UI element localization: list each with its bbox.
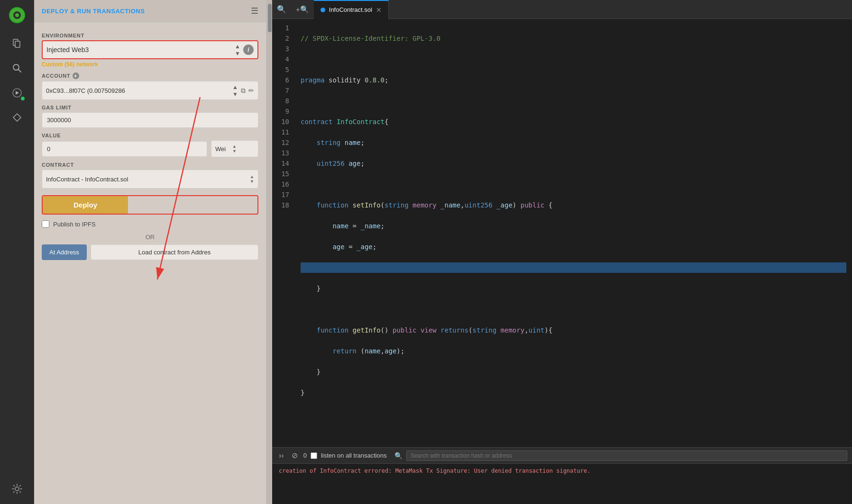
logo-icon[interactable]	[6, 4, 28, 27]
copy-account-icon[interactable]: ⧉	[241, 87, 246, 95]
code-line-11: age = _age;	[301, 242, 846, 252]
tab-infocontract[interactable]: InfoContract.sol ✕	[314, 0, 389, 19]
contract-label: CONTRACT	[42, 162, 258, 168]
publish-ipfs-checkbox[interactable]	[42, 220, 49, 228]
code-line-17: }	[301, 367, 846, 377]
svg-rect-4	[15, 41, 20, 47]
contract-select-wrapper: InfoContract - InfoContract.sol ▲ ▼	[42, 170, 258, 189]
load-contract-button[interactable]: Load contract from Addres	[91, 244, 258, 260]
environment-select[interactable]: Injected Web3 Remix VM (London) Remix VM…	[46, 46, 235, 54]
svg-point-2	[15, 13, 19, 17]
code-line-8	[301, 179, 846, 189]
files-icon[interactable]	[6, 32, 28, 55]
code-line-12	[301, 262, 846, 273]
gas-limit-label: GAS LIMIT	[42, 105, 258, 110]
at-address-button[interactable]: At Address	[42, 244, 87, 260]
code-line-5: contract InfoContract{	[301, 117, 846, 127]
or-divider: OR	[42, 234, 258, 241]
contract-select[interactable]: InfoContract - InfoContract.sol	[46, 176, 250, 183]
deploy-panel-content: ENVIRONMENT Injected Web3 Remix VM (Lond…	[34, 22, 266, 504]
code-content: // SPDX-License-Identifier: GPL-3.0 prag…	[295, 19, 852, 447]
contract-arrows: ▲ ▼	[250, 174, 254, 184]
deploy-button[interactable]: Deploy	[43, 196, 128, 214]
account-label: ACCOUNT +	[42, 72, 258, 79]
panel-menu-icon[interactable]: ☰	[251, 6, 258, 16]
listen-label: listen on all transactions	[321, 452, 387, 459]
unit-select[interactable]: Wei Gwei Ether	[215, 145, 230, 153]
env-info-button[interactable]: i	[243, 45, 254, 55]
value-row: Wei Gwei Ether ▲ ▼	[42, 140, 258, 157]
deploy-btn-wrapper: Deploy	[42, 195, 258, 215]
network-label: Custom (56) network	[42, 61, 258, 68]
tab-bar: 🔍 +🔍 InfoContract.sol ✕	[272, 0, 852, 19]
svg-line-6	[18, 70, 21, 72]
deploy-panel-header: DEPLOY & RUN TRANSACTIONS ☰	[34, 0, 266, 22]
code-line-14	[301, 304, 846, 315]
zoom-out-icon[interactable]: 🔍	[272, 0, 291, 19]
at-address-row: At Address Load contract from Addres	[42, 244, 258, 260]
search-icon[interactable]	[6, 57, 28, 80]
edit-account-icon[interactable]: ✏	[248, 87, 254, 95]
publish-ipfs-label: Publish to IPFS	[53, 221, 96, 228]
code-editor: 1 2 3 4 5 6 7 8 9 10 11 12 13 14 15 16 1…	[272, 19, 852, 447]
terminal-count: 0	[303, 452, 307, 459]
tab-close-icon[interactable]: ✕	[376, 6, 382, 14]
terminal-toolbar: ›› ⊘ 0 listen on all transactions 🔍	[272, 448, 852, 464]
deploy-run-icon[interactable]	[6, 81, 28, 104]
code-line-4	[301, 96, 846, 106]
code-line-1: // SPDX-License-Identifier: GPL-3.0	[301, 33, 846, 44]
zoom-in-icon[interactable]: +🔍	[291, 0, 314, 19]
terminal-area: ›› ⊘ 0 listen on all transactions 🔍 crea…	[272, 447, 852, 504]
tab-label: InfoContract.sol	[329, 6, 372, 13]
terminal-block-icon[interactable]: ⊘	[290, 450, 300, 461]
line-numbers: 1 2 3 4 5 6 7 8 9 10 11 12 13 14 15 16 1…	[272, 19, 295, 447]
editor-area: 🔍 +🔍 InfoContract.sol ✕ 1 2 3 4 5 6 7 8 …	[272, 0, 852, 504]
code-line-3: pragma solidity 0.8.0;	[301, 75, 846, 85]
code-line-13: }	[301, 283, 846, 294]
publish-row: Publish to IPFS	[42, 220, 258, 228]
code-line-15: function getInfo() public view returns(s…	[301, 325, 846, 335]
svg-point-8	[15, 487, 19, 491]
code-line-10: name = _name;	[301, 221, 846, 231]
terminal-output: creation of InfoContract errored: MetaMa…	[272, 464, 852, 478]
environment-label: ENVIRONMENT	[42, 33, 258, 38]
account-plus-icon[interactable]: +	[73, 72, 79, 79]
terminal-search-input[interactable]	[406, 450, 847, 461]
code-line-6: string name;	[301, 137, 846, 148]
code-line-7: uint256 age;	[301, 158, 846, 169]
account-wrapper: 0xC93...8f07C (0.007509286 ▲ ▼ ⧉ ✏	[42, 81, 258, 100]
deploy-panel-title: DEPLOY & RUN TRANSACTIONS	[42, 8, 145, 15]
code-line-16: return (name,age);	[301, 346, 846, 356]
account-arrows: ▲ ▼	[232, 84, 238, 98]
account-icons: ⧉ ✏	[241, 87, 254, 95]
terminal-search-icon[interactable]: 🔍	[394, 452, 403, 459]
icon-bar	[0, 0, 34, 504]
value-amount-input[interactable]	[42, 141, 207, 157]
panel-scrollbar[interactable]	[266, 0, 272, 504]
deploy-badge	[20, 96, 26, 101]
settings-icon[interactable]	[6, 477, 28, 500]
tab-dot	[321, 8, 325, 12]
unit-select-wrapper: Wei Gwei Ether ▲ ▼	[211, 140, 258, 157]
code-line-9: function setInfo(string memory _name,uin…	[301, 200, 846, 210]
terminal-error-message: creation of InfoContract errored: MetaMa…	[279, 468, 590, 474]
code-line-2	[301, 54, 846, 64]
gas-limit-input[interactable]	[42, 112, 258, 128]
diamond-icon[interactable]	[6, 106, 28, 129]
scrollbar-thumb	[268, 4, 272, 32]
listen-checkbox[interactable]	[311, 452, 317, 459]
terminal-chevron-icon[interactable]: ››	[277, 450, 286, 461]
account-value: 0xC93...8f07C (0.007509286	[46, 87, 232, 94]
unit-arrows: ▲ ▼	[232, 144, 237, 153]
deploy-panel: DEPLOY & RUN TRANSACTIONS ☰ ENVIRONMENT …	[34, 0, 266, 504]
environment-select-wrapper: Injected Web3 Remix VM (London) Remix VM…	[42, 40, 258, 59]
env-arrows: ▲ ▼	[235, 43, 240, 57]
code-line-18: }	[301, 387, 846, 398]
value-label: VALUE	[42, 133, 258, 138]
